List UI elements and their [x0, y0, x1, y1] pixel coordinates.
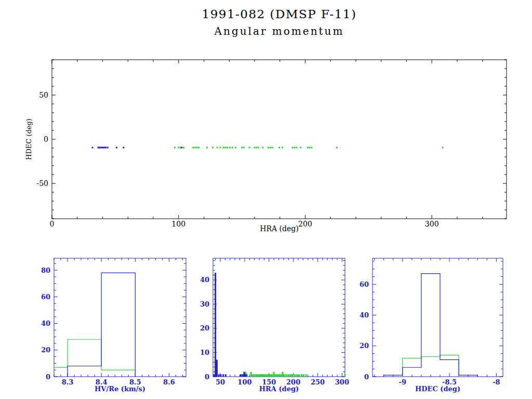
chart-hist_hv: 8.38.48.58.6020406080HV/Re (km/s) [41, 258, 186, 393]
hist_hra-blue-bars [213, 273, 247, 377]
axis-text: 300 [425, 220, 439, 228]
axis-text: 40 [200, 276, 209, 284]
axis-text: 60 [360, 281, 369, 288]
main-green-points [174, 147, 443, 148]
axis-text: 40 [41, 320, 50, 327]
hist_hra-green-bars [241, 372, 346, 377]
plots-canvas: 0100200300-50050HRA (deg)HDEC (deg)8.38.… [0, 0, 532, 399]
axis-text: 10 [200, 349, 209, 356]
plot-frame [213, 258, 345, 377]
axis-text: 20 [360, 342, 369, 350]
axis-text: 0 [50, 220, 55, 228]
axis-text: 0 [44, 135, 48, 143]
axis-text: 50 [39, 91, 48, 99]
axis-text: 60 [41, 293, 50, 301]
axis-text: HDEC (deg) [415, 385, 460, 393]
axis-text: HDEC (deg) [25, 118, 33, 160]
hist_hdec-blue-hist [384, 274, 478, 377]
axis-text: 20 [200, 324, 209, 332]
hist_hv-green-hist [54, 339, 135, 377]
axis-text: 0 [364, 373, 369, 381]
axis-text: 0 [46, 373, 50, 381]
chart-main: 0100200300-50050HRA (deg)HDEC (deg) [25, 60, 507, 233]
axis-text: 100 [171, 220, 185, 228]
plot-frame [52, 60, 507, 219]
axis-text: 80 [41, 267, 50, 274]
plot-frame [54, 258, 186, 377]
axis-text: 50 [216, 378, 225, 386]
axis-text: 250 [311, 378, 325, 386]
axis-text: 30 [200, 300, 209, 308]
axis-text: HV/Re (km/s) [95, 385, 145, 393]
chart-hist_hdec: -9-8.5-80204060HDEC (deg) [360, 258, 503, 393]
axis-text: 100 [237, 378, 251, 386]
axis-text: -8 [493, 378, 500, 386]
axis-text: 40 [360, 311, 369, 319]
axis-text: 20 [41, 346, 50, 354]
axis-text: -50 [36, 179, 48, 188]
axis-text: -9 [399, 378, 406, 386]
hist_hdec-green-hist [403, 355, 459, 377]
chart-hist_hra: 50100150200250300010203040HRA (deg) [200, 258, 349, 393]
axis-text: 300 [335, 378, 349, 386]
hist_hv-blue-hist [68, 273, 135, 377]
axis-text: 200 [298, 220, 312, 228]
axis-text: 8.6 [163, 378, 175, 386]
main-blue-points [91, 147, 182, 148]
plot-page: 1991-082 (DMSP F-11) Angular momentum 01… [0, 0, 532, 399]
axis-text: 0 [205, 373, 209, 381]
axis-text: HRA (deg) [260, 224, 298, 233]
axis-text: HRA (deg) [259, 385, 299, 393]
plot-frame [373, 258, 503, 377]
axis-text: 8.3 [62, 378, 74, 386]
